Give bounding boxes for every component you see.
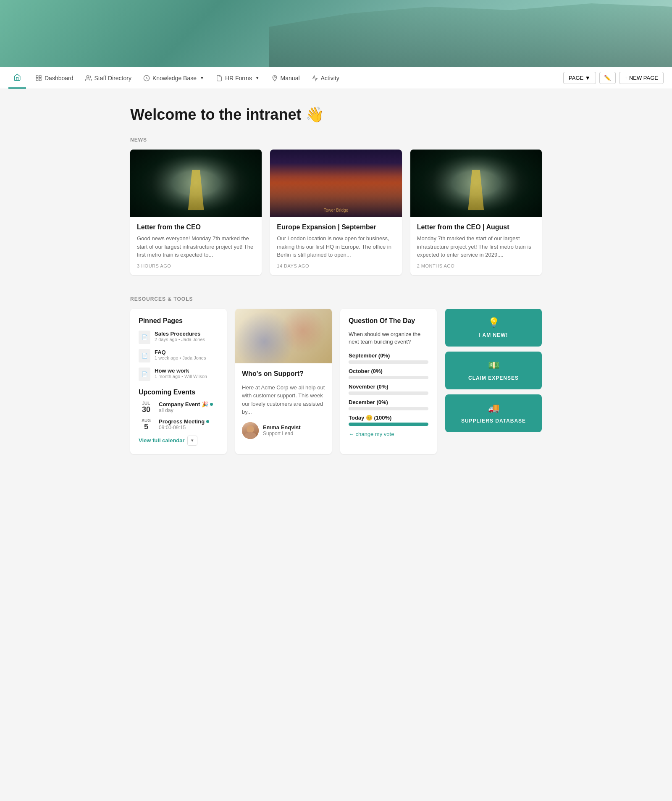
svg-rect-3 bbox=[36, 79, 38, 81]
quick-action-expenses[interactable]: 💵 CLAIM EXPENSES bbox=[445, 352, 542, 389]
svg-rect-1 bbox=[39, 76, 41, 78]
event-time-2: 09:00-09:15 bbox=[159, 425, 209, 431]
poll-option-october[interactable]: October (0%) bbox=[349, 368, 428, 379]
question-title: Question Of The Day bbox=[349, 317, 428, 325]
poll-fill-november bbox=[349, 391, 349, 395]
news-card-body-1: Letter from the CEO Good news everyone! … bbox=[130, 217, 262, 275]
pinned-info-2: FAQ 1 week ago • Jada Jones bbox=[155, 349, 206, 360]
nav-label-manual: Manual bbox=[281, 75, 300, 81]
pinned-doc-icon-2: 📄 bbox=[139, 349, 150, 362]
main-content: Welcome to the intranet 👋 NEWS Letter fr… bbox=[122, 89, 550, 471]
pinned-doc-icon-3: 📄 bbox=[139, 368, 150, 381]
file-icon bbox=[216, 75, 223, 81]
news-card-ceo-august[interactable]: Letter from the CEO | August Monday 7th … bbox=[410, 150, 542, 275]
news-card-text-3: Monday 7th marked the start of our large… bbox=[417, 234, 535, 259]
page-menu-button[interactable]: PAGE ▼ bbox=[563, 72, 596, 84]
poll-track-today bbox=[349, 423, 428, 426]
poll-track-september bbox=[349, 360, 428, 364]
poll-option-today[interactable]: Today 😊 (100%) bbox=[349, 415, 428, 426]
event-name-2: Progress Meeting bbox=[159, 418, 209, 425]
news-card-body-2: Europe Expansion | September Our London … bbox=[270, 217, 402, 275]
news-card-body-3: Letter from the CEO | August Monday 7th … bbox=[410, 217, 542, 275]
pinned-pages-card: Pinned Pages 📄 Sales Procedures 2 days a… bbox=[130, 309, 227, 454]
nav-label-staff-directory: Staff Directory bbox=[94, 75, 131, 81]
nav-item-knowledge-base[interactable]: Knowledge Base ▼ bbox=[137, 67, 210, 89]
event-dot-1 bbox=[210, 403, 213, 406]
main-navigation: Dashboard Staff Directory Knowledge Base… bbox=[0, 67, 672, 89]
pinned-info-1: Sales Procedures 2 days ago • Jada Jones bbox=[155, 331, 205, 342]
news-card-europe-expansion[interactable]: Europe Expansion | September Our London … bbox=[270, 150, 402, 275]
calendar-expand-icon[interactable]: ▾ bbox=[187, 436, 197, 446]
question-text: When should we organize the next team bu… bbox=[349, 331, 428, 346]
nav-item-hr-forms[interactable]: HR Forms ▼ bbox=[210, 67, 265, 89]
event-info-1: Company Event 🎉 all day bbox=[159, 401, 213, 413]
view-full-calendar-link[interactable]: View full calendar ▾ bbox=[139, 436, 218, 446]
new-page-label: + NEW PAGE bbox=[625, 75, 658, 81]
nav-item-manual[interactable]: Manual bbox=[265, 67, 306, 89]
support-person-role: Support Lead bbox=[263, 431, 301, 436]
poll-track-october bbox=[349, 376, 428, 379]
news-grid: Letter from the CEO Good news everyone! … bbox=[130, 150, 542, 275]
pinned-name-1: Sales Procedures bbox=[155, 331, 205, 337]
poll-option-september[interactable]: September (0%) bbox=[349, 352, 428, 364]
pinned-doc-icon-1: 📄 bbox=[139, 331, 150, 344]
poll-label-september: September (0%) bbox=[349, 352, 428, 359]
support-title: Who's on Support? bbox=[242, 370, 325, 378]
nav-items-list: Dashboard Staff Directory Knowledge Base… bbox=[29, 67, 563, 89]
people-icon bbox=[85, 75, 92, 81]
poll-track-november bbox=[349, 391, 428, 395]
hr-forms-chevron: ▼ bbox=[255, 76, 260, 80]
quick-action-new[interactable]: 💡 I AM NEW! bbox=[445, 309, 542, 347]
nav-item-activity[interactable]: Activity bbox=[306, 67, 345, 89]
nav-actions: PAGE ▼ ✏️ + NEW PAGE bbox=[563, 72, 664, 84]
pinned-info-3: How we work 1 month ago • Will Wilson bbox=[155, 368, 207, 379]
edit-icon: ✏️ bbox=[604, 75, 611, 81]
svg-point-6 bbox=[274, 76, 275, 78]
news-card-image-london bbox=[270, 150, 402, 217]
new-label: I AM NEW! bbox=[479, 332, 508, 338]
pinned-item-sales[interactable]: 📄 Sales Procedures 2 days ago • Jada Jon… bbox=[139, 331, 218, 344]
event-date-box-2: AUG 5 bbox=[139, 418, 154, 431]
news-card-title-2: Europe Expansion | September bbox=[277, 223, 395, 231]
poll-option-december[interactable]: December (0%) bbox=[349, 399, 428, 410]
event-month-1: JUL bbox=[142, 401, 150, 406]
question-of-day-card: Question Of The Day When should we organ… bbox=[340, 309, 437, 454]
dashboard-icon bbox=[35, 75, 42, 81]
support-avatar-image bbox=[242, 422, 259, 439]
nav-home-button[interactable] bbox=[8, 67, 26, 89]
change-vote-link[interactable]: ← change my vote bbox=[349, 431, 428, 437]
resources-section-label: RESOURCES & TOOLS bbox=[130, 296, 542, 302]
change-vote-label: ← change my vote bbox=[349, 431, 394, 437]
hero-banner bbox=[0, 0, 672, 67]
poll-label-october: October (0%) bbox=[349, 368, 428, 374]
poll-label-today: Today 😊 (100%) bbox=[349, 415, 428, 421]
event-item-progress: AUG 5 Progress Meeting 09:00-09:15 bbox=[139, 418, 218, 431]
nav-item-dashboard[interactable]: Dashboard bbox=[29, 67, 79, 89]
pinned-item-faq[interactable]: 📄 FAQ 1 week ago • Jada Jones bbox=[139, 349, 218, 362]
pinned-item-how-we-work[interactable]: 📄 How we work 1 month ago • Will Wilson bbox=[139, 368, 218, 381]
nav-label-activity: Activity bbox=[321, 75, 339, 81]
support-person-name: Emma Enqvist bbox=[263, 424, 301, 431]
support-text: Here at Acme Corp we all help out with c… bbox=[242, 383, 325, 416]
quick-action-suppliers[interactable]: 🚚 SUPPLIERS DATABASE bbox=[445, 394, 542, 432]
nav-item-staff-directory[interactable]: Staff Directory bbox=[79, 67, 137, 89]
news-card-title-3: Letter from the CEO | August bbox=[417, 223, 535, 231]
event-info-2: Progress Meeting 09:00-09:15 bbox=[159, 418, 209, 431]
suppliers-label: SUPPLIERS DATABASE bbox=[461, 418, 526, 424]
news-card-time-1: 3 HOURS AGO bbox=[137, 263, 255, 268]
new-page-button[interactable]: + NEW PAGE bbox=[619, 72, 664, 84]
support-body: Who's on Support? Here at Acme Corp we a… bbox=[235, 363, 332, 446]
svg-point-4 bbox=[87, 76, 89, 78]
news-card-time-2: 14 DAYS AGO bbox=[277, 263, 395, 268]
news-card-ceo-letter[interactable]: Letter from the CEO Good news everyone! … bbox=[130, 150, 262, 275]
nav-label-dashboard: Dashboard bbox=[45, 75, 74, 81]
event-date-box-1: JUL 30 bbox=[139, 401, 154, 413]
upcoming-events-title: Upcoming Events bbox=[139, 389, 218, 396]
edit-button[interactable]: ✏️ bbox=[599, 72, 616, 84]
expenses-label: CLAIM EXPENSES bbox=[468, 375, 519, 381]
event-time-1: all day bbox=[159, 407, 213, 413]
poll-fill-september bbox=[349, 360, 349, 364]
support-card: Who's on Support? Here at Acme Corp we a… bbox=[235, 309, 332, 454]
poll-fill-december bbox=[349, 407, 349, 410]
poll-option-november[interactable]: November (0%) bbox=[349, 383, 428, 395]
